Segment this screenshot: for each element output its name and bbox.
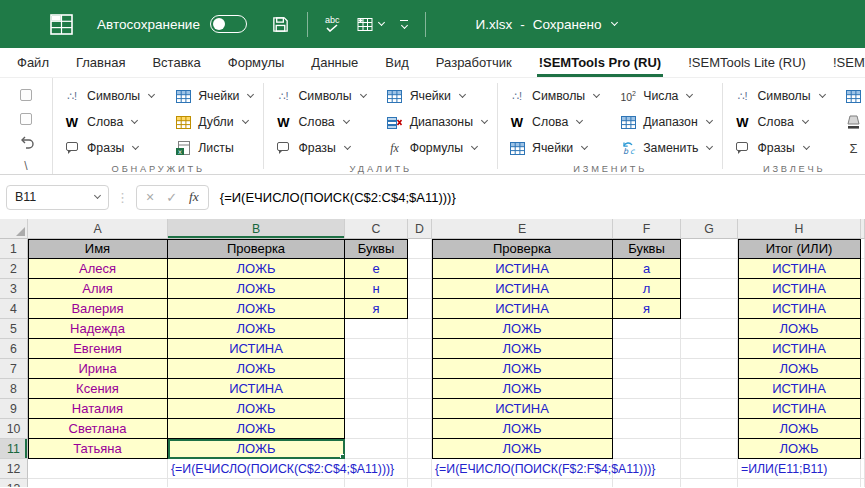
cell-F6[interactable] bbox=[613, 339, 681, 359]
cell-H7[interactable]: ЛОЖЬ bbox=[738, 359, 861, 379]
cell-G7[interactable] bbox=[681, 359, 738, 379]
document-title[interactable]: И.xlsx - Сохранено bbox=[475, 17, 617, 32]
cell-F4[interactable]: я bbox=[613, 299, 681, 319]
cell-G4[interactable] bbox=[681, 299, 738, 319]
ribbon-button-cells[interactable]: Ячейки bbox=[174, 89, 253, 103]
cell-D9[interactable] bbox=[408, 399, 432, 419]
spellcheck-icon[interactable]: abc bbox=[325, 16, 340, 32]
cell-C8[interactable] bbox=[345, 379, 408, 399]
row-header-4[interactable]: 4 bbox=[0, 299, 28, 319]
cell-H12[interactable]: =ИЛИ(E11;B11) bbox=[738, 459, 861, 479]
ribbon-button-cells[interactable]: Ячейки bbox=[386, 89, 487, 103]
backslash-icon[interactable]: \ bbox=[24, 158, 27, 174]
cell-B9[interactable]: ЛОЖЬ bbox=[168, 399, 345, 419]
cell-F3[interactable]: л bbox=[613, 279, 681, 299]
cell-D11[interactable] bbox=[408, 439, 432, 459]
tab-semtools-pro-ru[interactable]: !SEMTools Pro (RU) bbox=[537, 48, 664, 77]
ribbon-button-phrases[interactable]: Фразы bbox=[274, 141, 365, 155]
cell-A3[interactable]: Алия bbox=[28, 279, 168, 299]
tab-insert[interactable]: Вставка bbox=[150, 48, 202, 77]
cell-E13[interactable] bbox=[432, 479, 613, 487]
cell-A5[interactable]: Надежда bbox=[28, 319, 168, 339]
cell-H6[interactable]: ИСТИНА bbox=[738, 339, 861, 359]
cell-E1[interactable]: Проверка bbox=[432, 239, 613, 259]
cell-H5[interactable]: ЛОЖЬ bbox=[738, 319, 861, 339]
cell-G2[interactable] bbox=[681, 259, 738, 279]
cell-A9[interactable]: Наталия bbox=[28, 399, 168, 419]
ribbon-button-sheets[interactable]: xЛисты bbox=[174, 141, 253, 155]
row-header-6[interactable]: 6 bbox=[0, 339, 28, 359]
cell-A10[interactable]: Светлана bbox=[28, 419, 168, 439]
cell-G11[interactable] bbox=[681, 439, 738, 459]
cell-F8[interactable] bbox=[613, 379, 681, 399]
cell-G3[interactable] bbox=[681, 279, 738, 299]
cancel-icon[interactable]: × bbox=[146, 189, 154, 205]
tab-view[interactable]: Вид bbox=[383, 48, 411, 77]
cell-E7[interactable]: ЛОЖЬ bbox=[432, 359, 613, 379]
cell-H2[interactable]: ИСТИНА bbox=[738, 259, 861, 279]
cell-D10[interactable] bbox=[408, 419, 432, 439]
cell-G5[interactable] bbox=[681, 319, 738, 339]
ribbon-button-phrases[interactable]: Фразы bbox=[63, 141, 154, 155]
cell-D4[interactable] bbox=[408, 299, 432, 319]
ribbon-button-symbols[interactable]: ∴!Символы bbox=[63, 89, 154, 103]
col-header-G[interactable]: G bbox=[681, 219, 738, 239]
tab-semtools-en[interactable]: !SEMTools (EN bbox=[831, 48, 865, 77]
cell-B3[interactable]: ЛОЖЬ bbox=[168, 279, 345, 299]
tab-data[interactable]: Данные bbox=[309, 48, 360, 77]
cell-C1[interactable]: Буквы bbox=[345, 239, 408, 259]
cell-E3[interactable]: ИСТИНА bbox=[432, 279, 613, 299]
tab-formulas[interactable]: Формулы bbox=[226, 48, 287, 77]
cell-B10[interactable]: ЛОЖЬ bbox=[168, 419, 345, 439]
ribbon-button-ranges-delete[interactable]: Диапазоны bbox=[386, 115, 487, 129]
cell-A11[interactable]: Татьяна bbox=[28, 439, 168, 459]
ribbon-button-attribute[interactable]: Атрибуты bbox=[845, 115, 865, 129]
cell-E4[interactable]: ИСТИНА bbox=[432, 299, 613, 319]
cell-B2[interactable]: ЛОЖЬ bbox=[168, 259, 345, 279]
col-header-A[interactable]: A bbox=[28, 219, 168, 239]
name-box[interactable]: B11 bbox=[6, 185, 109, 210]
cell-D8[interactable] bbox=[408, 379, 432, 399]
tab-file[interactable]: Файл bbox=[15, 48, 51, 77]
cell-E8[interactable]: ЛОЖЬ bbox=[432, 379, 613, 399]
cell-F7[interactable] bbox=[613, 359, 681, 379]
cell-D3[interactable] bbox=[408, 279, 432, 299]
cell-C4[interactable]: я bbox=[345, 299, 408, 319]
cell-C7[interactable] bbox=[345, 359, 408, 379]
cell-H4[interactable]: ИСТИНА bbox=[738, 299, 861, 319]
cell-B7[interactable]: ЛОЖЬ bbox=[168, 359, 345, 379]
row-header-1[interactable]: 1 bbox=[0, 239, 28, 259]
checkbox-icon[interactable] bbox=[20, 87, 32, 103]
col-header-partial[interactable] bbox=[861, 219, 865, 239]
ribbon-button-words[interactable]: WСлова bbox=[733, 115, 824, 130]
row-header-5[interactable]: 5 bbox=[0, 319, 28, 339]
cell-E2[interactable]: ИСТИНА bbox=[432, 259, 613, 279]
cell-G13[interactable] bbox=[681, 479, 738, 487]
cell-H8[interactable]: ИСТИНА bbox=[738, 379, 861, 399]
qat-customize-icon[interactable] bbox=[400, 20, 408, 29]
cell-D13[interactable] bbox=[408, 479, 432, 487]
col-header-H[interactable]: H bbox=[738, 219, 861, 239]
cell-F9[interactable] bbox=[613, 399, 681, 419]
cell-G6[interactable] bbox=[681, 339, 738, 359]
cell-E6[interactable]: ЛОЖЬ bbox=[432, 339, 613, 359]
cell-F5[interactable] bbox=[613, 319, 681, 339]
drag-dots-icon[interactable]: ⋮ bbox=[116, 190, 129, 205]
ribbon-button-range[interactable]: Диапазон bbox=[619, 115, 712, 129]
ribbon-button-count[interactable]: ΣПосчитать bbox=[845, 141, 865, 156]
tab-developer[interactable]: Разработчик bbox=[434, 48, 514, 77]
row-header-10[interactable]: 10 bbox=[0, 419, 28, 439]
cell-A13[interactable] bbox=[28, 479, 168, 487]
autosave-toggle[interactable] bbox=[210, 15, 247, 33]
col-header-B[interactable]: B bbox=[168, 219, 345, 239]
row-header-8[interactable]: 8 bbox=[0, 379, 28, 399]
cell-D1[interactable] bbox=[408, 239, 432, 259]
row-header-11[interactable]: 11 bbox=[0, 439, 28, 459]
ribbon-button-replace[interactable]: bcЗаменить bbox=[619, 141, 712, 155]
cell-C9[interactable] bbox=[345, 399, 408, 419]
cell-C11[interactable] bbox=[345, 439, 408, 459]
cell-D12[interactable] bbox=[408, 459, 432, 479]
select-all-corner[interactable] bbox=[0, 219, 28, 239]
cell-A2[interactable]: Алеся bbox=[28, 259, 168, 279]
cell-E11[interactable]: ЛОЖЬ bbox=[432, 439, 613, 459]
